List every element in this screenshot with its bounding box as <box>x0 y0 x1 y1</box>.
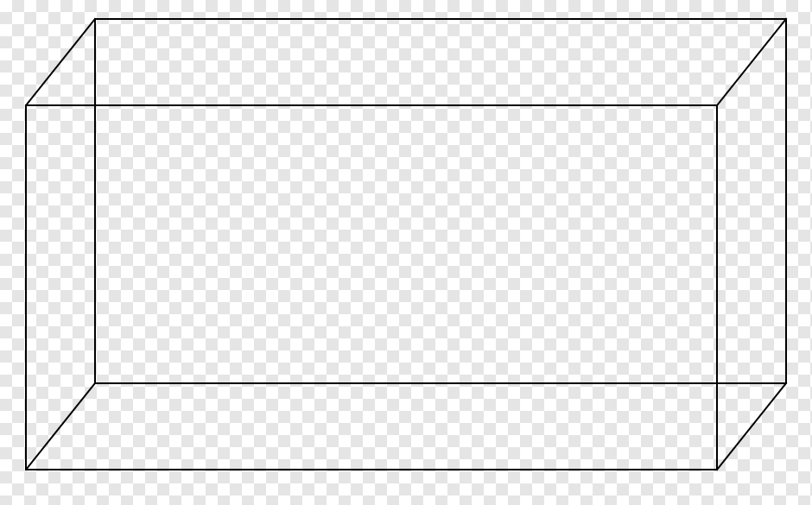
cuboid-diagram <box>0 0 812 505</box>
edge-front_top_left-back_top_left <box>26 19 95 105</box>
edge-front_bottom_right-back_bottom_right <box>717 383 786 470</box>
edge-front_top_right-back_top_right <box>717 19 786 105</box>
edge-front_bottom_left-back_bottom_left <box>26 383 95 470</box>
cuboid-edges <box>26 19 786 470</box>
cuboid-wireframe-svg <box>0 0 812 505</box>
